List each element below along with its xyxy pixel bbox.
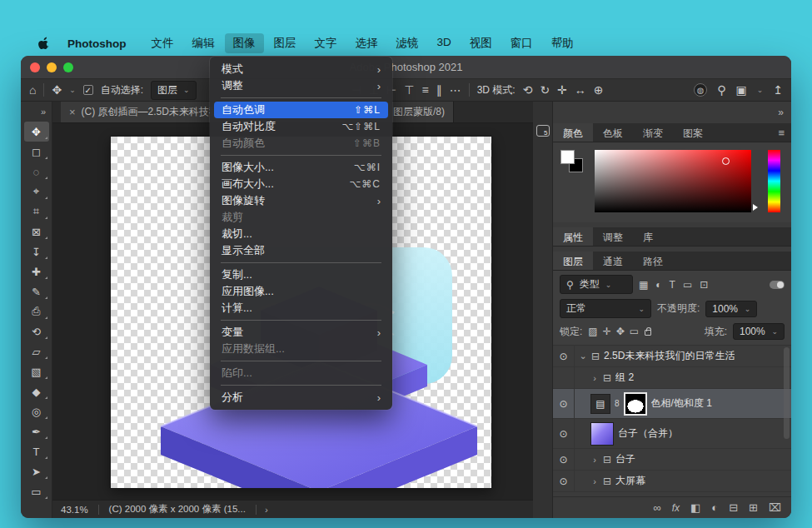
auto-select-dropdown[interactable]: 图层 ⌄ [151, 81, 197, 100]
blend-mode-dropdown[interactable]: 正常 ⌄ [560, 299, 651, 318]
layer-row-台子[interactable]: ⊙›⊟台子 [553, 449, 791, 471]
eye-icon[interactable]: ⊙ [553, 389, 575, 418]
menu-item-裁切[interactable]: 裁切... [214, 226, 388, 242]
filter-pixel-layers-icon[interactable]: ▦ [639, 280, 648, 290]
home-icon[interactable]: ⌂ [29, 84, 36, 96]
account-avatar[interactable]: ◍ [694, 83, 707, 97]
3d-roll-icon[interactable]: ↻ [540, 84, 550, 96]
color-picker-cursor[interactable] [722, 157, 730, 165]
menu-item-自动色调[interactable]: 自动色调⇧⌘L [214, 102, 388, 118]
menubar-item-3D[interactable]: 3D [429, 33, 460, 53]
share-icon[interactable]: ↥ [773, 84, 783, 96]
lock-artboard-icon[interactable]: ▭ [630, 326, 639, 336]
foreground-color-swatch[interactable] [560, 150, 575, 164]
menu-item-自动对比度[interactable]: 自动对比度⌥⇧⌘L [214, 118, 388, 135]
lock-position-icon[interactable]: ✥ [616, 326, 625, 336]
object-selection-tool[interactable]: ⌖ [24, 182, 49, 202]
hue-slider[interactable] [768, 150, 780, 212]
menu-item-分析[interactable]: 分析› [214, 389, 388, 406]
visibility-empty[interactable] [553, 367, 575, 388]
menu-item-计算[interactable]: 计算... [214, 300, 388, 316]
menubar-item-图层[interactable]: 图层 [266, 33, 305, 53]
lock-all-icon[interactable] [645, 330, 651, 336]
eye-icon[interactable]: ⊙ [553, 471, 575, 491]
layers-panel-tab-通道[interactable]: 通道 [593, 252, 633, 270]
more-options-icon[interactable]: ⋯ [450, 84, 461, 96]
close-tab-icon[interactable]: × [69, 106, 76, 118]
minimize-window-button[interactable] [47, 62, 57, 72]
align-top-edges-icon[interactable]: ⊤ [404, 84, 414, 96]
opacity-dropdown[interactable]: 100% ⌄ [705, 301, 757, 317]
toolbar-collapse-chevrons[interactable]: » [21, 102, 52, 122]
menubar-item-编辑[interactable]: 编辑 [184, 33, 223, 53]
move-tool-preset-icon[interactable]: ✥ [52, 84, 62, 96]
menubar-item-选择[interactable]: 选择 [347, 33, 386, 53]
layer-row-色相/饱和度 1[interactable]: ⊙▤8色相/饱和度 1 [553, 389, 791, 419]
menu-item-画布大小[interactable]: 画布大小...⌥⌘C [214, 176, 388, 192]
new-group-icon[interactable]: ⊟ [729, 502, 738, 513]
distribute-icon[interactable]: ≡ [421, 84, 428, 96]
saturation-brightness-field[interactable] [595, 150, 751, 212]
eye-icon[interactable]: ⊙ [553, 346, 575, 366]
zoom-level[interactable]: 43.1% [61, 505, 99, 515]
close-window-button[interactable] [30, 62, 40, 72]
menubar-item-窗口[interactable]: 窗口 [502, 33, 541, 53]
blur-tool[interactable]: ◆ [24, 381, 49, 401]
disclosure-icon[interactable]: › [590, 476, 599, 486]
new-adjustment-layer-icon[interactable]: ◐ [711, 502, 718, 513]
menu-item-调整[interactable]: 调整› [214, 77, 388, 94]
lock-transparent-pixels-icon[interactable]: ▨ [588, 326, 597, 336]
collapsed-panel-icon[interactable]: 5 [536, 125, 550, 137]
layer-mask-thumbnail[interactable] [624, 392, 647, 416]
status-chevron-icon[interactable]: › [256, 505, 268, 515]
menubar-item-帮助[interactable]: 帮助 [543, 33, 582, 53]
adjustment-layer-thumbnail[interactable]: ▤ [590, 394, 610, 414]
properties-panel-tab-库[interactable]: 库 [633, 227, 663, 246]
type-tool[interactable]: T [24, 441, 49, 461]
menu-item-应用图像[interactable]: 应用图像... [214, 283, 388, 300]
eyedropper-tool[interactable]: ↧ [24, 242, 49, 262]
filter-toggle-switch[interactable] [770, 281, 785, 289]
layer-effects-icon[interactable]: fx [672, 503, 680, 513]
marquee-tool[interactable]: ◻ [24, 142, 49, 162]
3d-orbit-icon[interactable]: ⟲ [523, 84, 533, 96]
properties-panel-tab-属性[interactable]: 属性 [553, 227, 593, 246]
color-panel-tab-图案[interactable]: 图案 [673, 123, 713, 142]
disclosure-icon[interactable]: ⌄ [579, 351, 587, 361]
delete-layer-icon[interactable]: ⌧ [769, 502, 781, 513]
filter-adjustment-layers-icon[interactable]: ◐ [655, 280, 661, 290]
menu-item-显示全部[interactable]: 显示全部 [214, 242, 388, 259]
healing-brush-tool[interactable]: ✚ [24, 262, 49, 281]
lasso-tool[interactable]: ◌ [24, 162, 49, 182]
color-panel-tab-色板[interactable]: 色板 [593, 123, 633, 142]
distribute-vertical-icon[interactable]: ∥ [436, 84, 442, 96]
chevron-down-icon[interactable]: ⌄ [757, 86, 764, 94]
filter-smart-objects-icon[interactable]: ⊡ [700, 280, 708, 290]
foreground-background-swatches[interactable] [560, 150, 585, 175]
pen-tool[interactable]: ✒ [24, 421, 49, 441]
add-layer-mask-icon[interactable]: ◧ [690, 502, 700, 513]
history-brush-tool[interactable]: ⟲ [24, 321, 49, 341]
menubar-item-图像[interactable]: 图像 [225, 33, 264, 53]
crop-tool[interactable]: ⌗ [24, 202, 49, 222]
menubar-item-滤镜[interactable]: 滤镜 [388, 33, 427, 53]
frame-tool[interactable]: ⊠ [24, 222, 49, 242]
layer-row-组 2[interactable]: ›⊟组 2 [553, 367, 791, 389]
layer-row-大屏幕[interactable]: ⊙›⊟大屏幕 [553, 471, 791, 492]
dodge-tool[interactable]: ◎ [24, 401, 49, 421]
menu-item-复制[interactable]: 复制... [214, 266, 388, 283]
layer-row-2.5D未来科技我们的日常生活[interactable]: ⊙⌄⊟2.5D未来科技我们的日常生活 [553, 346, 791, 367]
auto-select-checkbox[interactable]: ✓ [83, 85, 93, 95]
path-selection-tool[interactable]: ➤ [24, 461, 49, 481]
layers-panel-tab-路径[interactable]: 路径 [633, 252, 673, 270]
eye-icon[interactable]: ⊙ [553, 419, 575, 448]
menubar-item-视图[interactable]: 视图 [461, 33, 501, 53]
menu-item-模式[interactable]: 模式› [214, 61, 388, 77]
gradient-tool[interactable]: ▧ [24, 361, 49, 381]
layers-panel-tab-图层[interactable]: 图层 [553, 252, 593, 270]
workspace-switcher-icon[interactable]: ▣ [735, 84, 746, 96]
eraser-tool[interactable]: ▱ [24, 341, 49, 361]
lock-image-pixels-icon[interactable]: ✛ [603, 326, 611, 336]
titlebar[interactable]: Adobe Photoshop 2021 [21, 56, 791, 79]
menu-item-图像旋转[interactable]: 图像旋转› [214, 192, 388, 209]
